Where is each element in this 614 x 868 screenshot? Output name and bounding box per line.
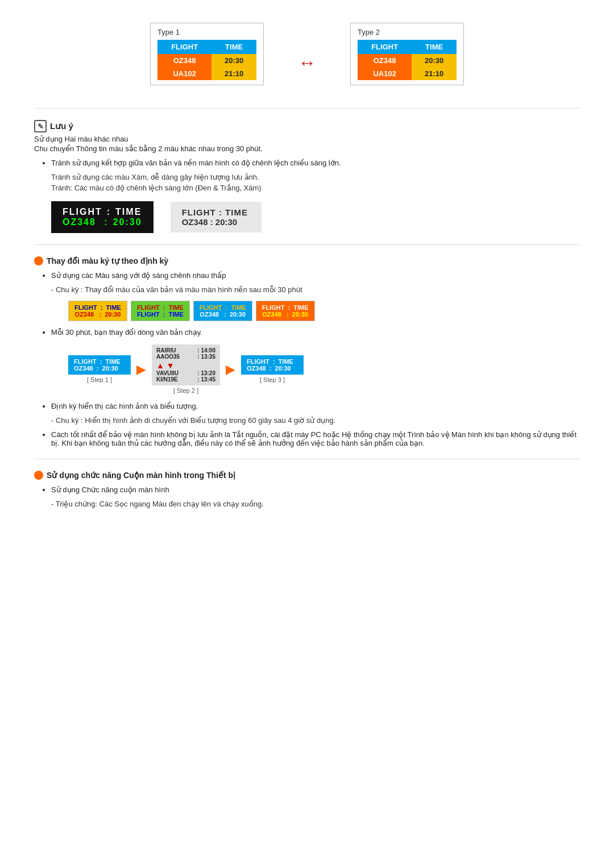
cycle-bullet3-list: Định kỳ hiển thị các hình ảnh và biểu tư… (51, 402, 580, 410)
cycle-box1-r2: OZ348 : 20:30 (74, 311, 121, 318)
type1-label: Type 1 (157, 28, 256, 36)
cycle-section: Thay đổi màu ký tự theo định kỳ Sử dụng … (34, 256, 580, 447)
type2-block: Type 2 FLIGHT TIME OZ34820:30UA10221:10 (350, 23, 464, 85)
step-arrow-2: ▶ (226, 362, 235, 377)
cycle-sub1: - Chu kỳ : Thay đổi màu của văn bản và m… (51, 285, 580, 294)
step2-display: RAIRIU : 14:00 AAOO35 : 13:35 ▲ ▼ VAVUII… (152, 344, 220, 385)
time-cell: 21:10 (412, 67, 457, 80)
cycle-box4-r1: FLIGHT : TIME (262, 304, 309, 311)
step1-display: FLIGHT : TIME OZ348 : 20:30 (68, 355, 131, 375)
scroll-sub1: - Triệu chứng: Các Sọc ngang Màu đen chạ… (51, 500, 580, 508)
light-display-row2: OZ348 : 20:30 (182, 217, 250, 227)
step3-display: FLIGHT : TIME OZ348 : 20:30 (241, 355, 304, 375)
step2-row2: AAOO35 : 13:35 (156, 354, 215, 360)
cycle-bullet4-list: Cách tốt nhất để bảo vệ màn hình không b… (51, 430, 580, 447)
time-cell: 20:30 (412, 54, 457, 67)
type2-col2-header: TIME (412, 40, 457, 54)
step2-r4: KI/N19E (156, 376, 178, 383)
note-section: ✎ Lưu ý Sử dụng Hai màu khác nhau Chu ch… (34, 120, 580, 233)
step2-label: [ Step 2 ] (152, 387, 220, 394)
note-sub1: Tránh sử dụng các màu Xám, dễ dàng gây h… (51, 173, 580, 181)
cycle-box-1: FLIGHT : TIME OZ348 : 20:30 (68, 301, 127, 321)
step1-r1: FLIGHT : TIME (74, 358, 125, 365)
scroll-title: Sử dụng chức năng Cuộn màn hình trong Th… (34, 471, 580, 480)
step3-r2: OZ348 : 20:30 (247, 365, 298, 372)
cycle-heading: Thay đổi màu ký tự theo định kỳ (47, 256, 168, 265)
arrow-divider: ↔ (298, 52, 316, 73)
step1-box: FLIGHT : TIME OZ348 : 20:30 [ Step 1 ] (68, 355, 131, 383)
step2-r3: VAVUIIU (156, 370, 179, 376)
time-cell: 20:30 (211, 54, 256, 67)
step3-r1: FLIGHT : TIME (247, 358, 298, 365)
flight-cell: UA102 (157, 67, 211, 80)
note-bullets: Tránh sử dụng kết hợp giữa văn bản và nề… (51, 159, 580, 167)
cycle-box-4: FLIGHT : TIME OZ348 : 20:30 (256, 301, 315, 321)
flight-cell: OZ348 (157, 54, 211, 67)
step-section: FLIGHT : TIME OZ348 : 20:30 [ Step 1 ] ▶… (68, 344, 580, 394)
step1-label: [ Step 1 ] (68, 376, 131, 383)
cycle-box3-r2: OZ348 : 20:30 (200, 311, 246, 318)
cycle-box2-r2: FLIGHT : TIME (137, 311, 184, 318)
flight-cell: OZ348 (358, 54, 412, 67)
note-bullet1: Tránh sử dụng kết hợp giữa văn bản và nề… (51, 159, 580, 167)
cycle-bullet4: Cách tốt nhất để bảo vệ màn hình không b… (51, 430, 580, 447)
note-line2: Chu chuyển Thông tin màu sắc bằng 2 màu … (34, 144, 580, 153)
step2-arrows: ▲ ▼ (156, 361, 215, 370)
cycle-display-row: FLIGHT : TIME OZ348 : 20:30 FLIGHT : TIM… (68, 301, 580, 321)
cycle-bullet2-list: Mỗi 30 phút, bạn thay đổi dòng văn bản c… (51, 328, 580, 337)
step3-label: [ Step 3 ] (241, 376, 304, 383)
type1-col1-header: FLIGHT (157, 40, 211, 54)
type1-block: Type 1 FLIGHT TIME OZ34820:30UA10221:10 (150, 23, 264, 85)
step3-box: FLIGHT : TIME OZ348 : 20:30 [ Step 3 ] (241, 355, 304, 383)
circle-icon (34, 256, 43, 265)
cycle-bullet3: Định kỳ hiển thị các hình ảnh và biểu tư… (51, 402, 580, 410)
step2-box: RAIRIU : 14:00 AAOO35 : 13:35 ▲ ▼ VAVUII… (152, 344, 220, 394)
dark-display-row1: FLIGHT : TIME (63, 207, 142, 217)
step2-row4: KI/N19E : 13:45 (156, 376, 215, 383)
scroll-heading: Sử dụng chức năng Cuộn màn hình trong Th… (47, 471, 235, 480)
dark-time-label: TIME (115, 207, 142, 217)
dark-display: FLIGHT : TIME OZ348 : 20:30 (51, 201, 154, 233)
flight-cell: UA102 (358, 67, 412, 80)
scroll-section: Sử dụng chức năng Cuộn màn hình trong Th… (34, 471, 580, 508)
cycle-bullet2: Mỗi 30 phút, bạn thay đổi dòng văn bản c… (51, 328, 580, 337)
note-title: ✎ Lưu ý (34, 120, 580, 132)
light-display: FLIGHT : TIME OZ348 : 20:30 (171, 202, 262, 232)
cycle-bullet1: Sử dụng các Màu sáng với độ sáng chênh n… (51, 271, 580, 280)
display-examples: FLIGHT : TIME OZ348 : 20:30 FLIGHT : TIM… (51, 201, 580, 233)
note-pencil-icon: ✎ (34, 120, 47, 132)
down-arrow-icon: ▼ (167, 361, 175, 370)
up-arrow-icon: ▲ (156, 361, 164, 370)
scroll-bullet1: Sử dụng Chức năng cuộn màn hình (51, 485, 580, 494)
note-sub2: Tránh: Các màu có độ chênh lệch sáng lớn… (51, 184, 580, 192)
type2-col1-header: FLIGHT (358, 40, 412, 54)
step2-row1: RAIRIU : 14:00 (156, 347, 215, 354)
cycle-sub3: - Chu kỳ : Hiển thị hình ảnh di chuyển v… (51, 416, 580, 425)
scroll-circle-icon (34, 471, 43, 480)
type2-label: Type 2 (358, 28, 457, 36)
type1-col2-header: TIME (211, 40, 256, 54)
cycle-box-3: FLIGHT : TIME OZ348 : 20:30 (193, 301, 252, 321)
cycle-title: Thay đổi màu ký tự theo định kỳ (34, 256, 580, 265)
dark-flight-value: OZ348 (63, 217, 96, 227)
cycle-box3-r1: FLIGHT : TIME (200, 304, 246, 311)
dark-time-value: 20:30 (113, 217, 142, 227)
cycle-box1-r1: FLIGHT : TIME (74, 304, 121, 311)
step2-row3: VAVUIIU : 13:20 (156, 370, 215, 376)
comparison-section: Type 1 FLIGHT TIME OZ34820:30UA10221:10 … (34, 23, 580, 85)
light-display-row1: FLIGHT : TIME (182, 207, 250, 217)
time-cell: 21:10 (211, 67, 256, 80)
step-arrow-1: ▶ (136, 362, 146, 377)
dark-display-row2: OZ348 : 20:30 (63, 217, 142, 227)
type2-table: FLIGHT TIME OZ34820:30UA10221:10 (358, 40, 457, 80)
step2-r1: RAIRIU (156, 347, 176, 354)
cycle-box4-r2: OZ348 : 20:30 (262, 311, 309, 318)
step2-r2: AAOO35 (156, 354, 180, 360)
cycle-bullets: Sử dụng các Màu sáng với độ sáng chênh n… (51, 271, 580, 280)
double-arrow-icon: ↔ (298, 52, 316, 73)
note-heading: Lưu ý (50, 121, 73, 131)
type1-table: FLIGHT TIME OZ34820:30UA10221:10 (157, 40, 256, 80)
scroll-bullets: Sử dụng Chức năng cuộn màn hình (51, 485, 580, 494)
cycle-box-2: FLIGHT : TIME FLIGHT : TIME (131, 301, 190, 321)
step1-r2: OZ348 : 20:30 (74, 365, 125, 372)
